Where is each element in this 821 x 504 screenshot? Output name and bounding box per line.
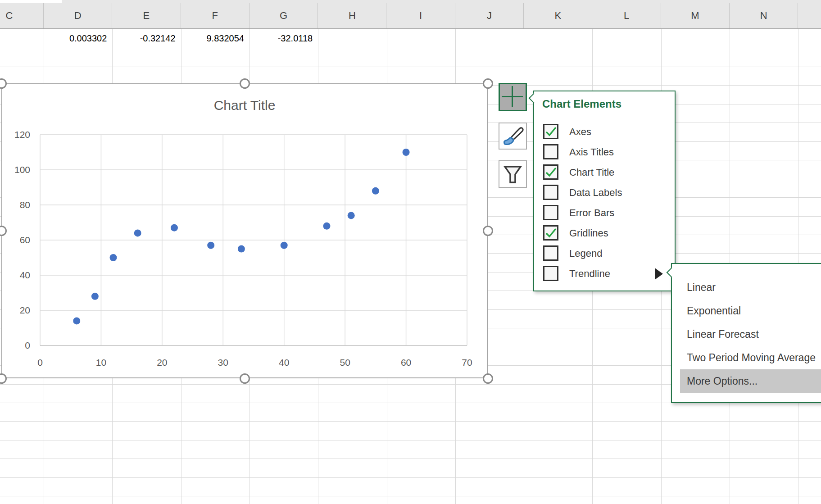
data-point[interactable] — [281, 242, 288, 249]
column-header-H[interactable]: H — [318, 3, 386, 28]
grid-row-line — [0, 67, 821, 67]
svg-text:0: 0 — [25, 340, 30, 350]
check-icon — [544, 166, 557, 178]
chart-element-item-gridlines[interactable]: Gridlines — [534, 223, 675, 243]
cell-G1[interactable]: -32.0118 — [252, 29, 313, 48]
resize-handle[interactable] — [240, 78, 250, 89]
resize-handle[interactable] — [483, 226, 493, 236]
data-point[interactable] — [134, 229, 141, 236]
data-point[interactable] — [323, 222, 331, 230]
column-header-E[interactable]: E — [112, 3, 181, 28]
chart-element-label: Error Bars — [569, 203, 614, 223]
chart-elements-panel: Chart Elements AxesAxis TitlesChart Titl… — [533, 91, 676, 291]
chart-element-item-data-labels[interactable]: Data Labels — [534, 182, 675, 203]
chart-element-label: Trendline — [569, 263, 610, 284]
svg-text:60: 60 — [20, 235, 30, 245]
checkbox-checked[interactable] — [543, 124, 558, 139]
column-header-I[interactable]: I — [387, 3, 455, 28]
chart[interactable]: Chart Title 0204060801001200102030405060… — [1, 83, 488, 378]
chart-element-label: Chart Title — [569, 162, 614, 182]
svg-text:10: 10 — [96, 357, 106, 368]
column-header-D[interactable]: D — [44, 3, 112, 28]
trendline-option-more-options[interactable]: More Options... — [680, 369, 821, 393]
chart-styles-button[interactable] — [499, 123, 527, 150]
svg-text:50: 50 — [340, 357, 350, 368]
resize-handle[interactable] — [483, 78, 493, 89]
column-header-M[interactable]: M — [661, 3, 730, 28]
svg-text:70: 70 — [462, 357, 472, 368]
trendline-option-linear[interactable]: Linear — [672, 276, 821, 299]
check-icon — [544, 125, 557, 138]
column-header-row: CDEFGHIJKLMN — [0, 3, 821, 29]
svg-text:30: 30 — [218, 357, 228, 368]
cell-F1[interactable]: 9.832054 — [183, 29, 244, 48]
data-point[interactable] — [207, 242, 214, 249]
chart-element-label: Axes — [569, 122, 591, 142]
data-point[interactable] — [372, 187, 379, 195]
column-header-N[interactable]: N — [730, 3, 798, 28]
svg-text:120: 120 — [14, 129, 30, 140]
check-icon — [544, 227, 557, 239]
chart-element-item-trendline[interactable]: Trendline — [534, 263, 675, 284]
resize-handle[interactable] — [240, 373, 250, 384]
svg-text:100: 100 — [14, 164, 30, 175]
grid-row-line — [0, 48, 821, 48]
grid-row-line — [0, 421, 821, 422]
svg-text:60: 60 — [401, 357, 411, 368]
chart-element-item-legend[interactable]: Legend — [534, 243, 675, 263]
chart-elements-heading: Chart Elements — [542, 98, 621, 110]
checkbox-unchecked[interactable] — [543, 266, 558, 281]
svg-text:20: 20 — [157, 357, 167, 368]
column-header-K[interactable]: K — [524, 3, 592, 28]
cell-E1[interactable]: -0.32142 — [114, 29, 175, 48]
top-strip — [0, 0, 821, 3]
trendline-submenu: LinearExponentialLinear ForecastTwo Peri… — [671, 263, 821, 403]
data-point[interactable] — [171, 224, 178, 232]
data-point[interactable] — [403, 149, 410, 156]
chart-element-item-axis-titles[interactable]: Axis Titles — [534, 142, 675, 162]
trendline-option-linear-forecast[interactable]: Linear Forecast — [672, 322, 821, 346]
checkbox-unchecked[interactable] — [543, 205, 558, 220]
chart-elements-button[interactable] — [499, 83, 527, 111]
grid-row-line — [0, 477, 821, 478]
column-header-L[interactable]: L — [592, 3, 661, 28]
grid-row-line — [0, 459, 821, 459]
svg-text:0: 0 — [37, 357, 43, 368]
checkbox-unchecked[interactable] — [543, 245, 558, 261]
data-point[interactable] — [348, 212, 355, 219]
checkbox-unchecked[interactable] — [543, 185, 558, 200]
svg-text:20: 20 — [20, 305, 30, 315]
data-point[interactable] — [73, 317, 80, 324]
submenu-arrow-icon[interactable] — [655, 268, 663, 280]
paintbrush-icon — [499, 123, 526, 149]
chart-element-item-axes[interactable]: Axes — [534, 122, 675, 142]
chart-element-item-error-bars[interactable]: Error Bars — [534, 203, 675, 223]
chart-element-label: Gridlines — [569, 223, 608, 243]
chart-element-label: Axis Titles — [569, 142, 614, 162]
grid-row-line — [0, 440, 821, 440]
data-point[interactable] — [238, 245, 245, 253]
checkbox-checked[interactable] — [543, 164, 558, 180]
svg-text:40: 40 — [20, 270, 30, 280]
resize-handle[interactable] — [483, 373, 493, 384]
svg-text:40: 40 — [279, 357, 289, 368]
column-header-C[interactable]: C — [0, 3, 44, 28]
chart-element-label: Legend — [569, 243, 602, 263]
column-header-F[interactable]: F — [181, 3, 249, 28]
column-header-G[interactable]: G — [249, 3, 318, 28]
checkbox-checked[interactable] — [543, 225, 558, 241]
column-header-J[interactable]: J — [455, 3, 524, 28]
trendline-option-two-period-moving-average[interactable]: Two Period Moving Average — [672, 346, 821, 369]
chart-filters-button[interactable] — [499, 160, 527, 188]
checkbox-unchecked[interactable] — [543, 144, 558, 159]
svg-text:80: 80 — [20, 200, 30, 210]
trendline-option-exponential[interactable]: Exponential — [672, 299, 821, 322]
column-header-partial[interactable] — [798, 3, 821, 28]
grid-row-line — [0, 496, 821, 496]
plus-icon — [499, 84, 525, 109]
top-strip-gap — [0, 0, 62, 3]
cell-D1[interactable]: 0.003302 — [46, 29, 107, 48]
data-point[interactable] — [110, 254, 117, 261]
data-point[interactable] — [91, 293, 99, 300]
chart-element-item-chart-title[interactable]: Chart Title — [534, 162, 675, 182]
